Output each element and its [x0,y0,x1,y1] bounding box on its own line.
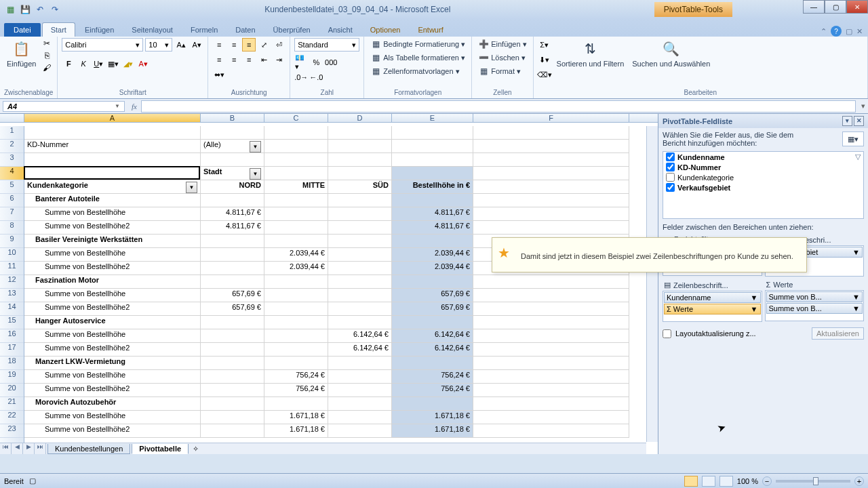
grow-font-icon[interactable]: A▴ [174,38,188,52]
cell[interactable]: Summe von Bestellhöhe2 [24,384,201,397]
cell[interactable] [201,248,264,262]
sort-filter-button[interactable]: ⇅ Sortieren und Filtern [554,38,627,69]
tab-design[interactable]: Entwurf [410,23,451,37]
zoom-in-button[interactable]: + [854,476,864,486]
increase-indent-icon[interactable]: ⇥ [272,53,285,66]
filter-dropdown-icon[interactable]: ▼ [250,141,261,152]
cell[interactable] [473,370,629,384]
field-checkbox[interactable] [666,163,675,171]
paste-button[interactable]: 📋 Einfügen [4,38,39,69]
values-well[interactable]: Summe von B...▼ Summe von B...▼ [765,290,865,321]
fx-icon[interactable]: fx [127,102,141,110]
row-header[interactable]: 10 [0,248,24,262]
cell[interactable] [264,126,328,140]
filter-dropdown-icon[interactable]: ▼ [186,182,197,193]
cell[interactable] [473,411,629,424]
cell[interactable] [264,289,328,302]
tab-view[interactable]: Ansicht [320,23,361,37]
minimize-button[interactable]: — [803,0,825,14]
cell[interactable] [473,357,629,370]
zoom-slider[interactable] [776,480,850,483]
cell[interactable]: 657,69 € [201,289,264,302]
tab-page-layout[interactable]: Seitenlayout [123,23,181,37]
clear-icon[interactable]: ⌫▾ [538,68,551,81]
row-header[interactable]: 16 [0,329,24,343]
cell[interactable] [392,140,473,153]
undo-icon[interactable]: ↶ [34,3,46,16]
cell[interactable] [328,275,392,289]
column-header-A[interactable]: A [24,114,201,122]
row-header[interactable]: 23 [0,424,24,438]
cell[interactable] [473,424,629,438]
cell[interactable] [392,235,473,248]
underline-button[interactable]: U▾ [92,57,105,70]
row-header[interactable]: 14 [0,302,24,316]
autosum-icon[interactable]: Σ▾ [538,38,551,52]
cell[interactable] [201,343,264,357]
percent-icon[interactable]: % [309,56,323,69]
thousands-icon[interactable]: 000 [324,56,338,69]
cell[interactable] [473,221,629,235]
cell[interactable]: Bestellhöhe in € [392,180,473,194]
cell[interactable] [201,424,264,438]
cell[interactable] [473,194,629,207]
cell[interactable]: 1.671,18 € [392,411,473,424]
help-icon[interactable]: ? [831,26,842,37]
conditional-formatting-button[interactable]: ▦Bedingte Formatierung ▾ [368,38,467,50]
bold-button[interactable]: F [62,57,75,70]
cell[interactable]: 6.142,64 € [392,343,473,357]
vertical-scrollbar[interactable] [646,126,658,442]
cell[interactable]: (Alle)▼ [201,140,264,153]
column-header-B[interactable]: B [201,114,264,122]
field-item[interactable]: Verkaufsgebiet [663,182,863,192]
maximize-button[interactable]: ▢ [825,0,846,14]
cell[interactable]: Summe von Bestellhöhe2 [24,302,201,316]
field-item[interactable]: KD-Nummer [663,162,863,172]
cell[interactable] [328,316,392,329]
new-sheet-icon[interactable]: ✧ [193,445,199,453]
tab-data[interactable]: Daten [227,23,263,37]
redo-icon[interactable]: ↷ [49,3,61,16]
chip-summe-1[interactable]: Summe von B...▼ [766,291,863,302]
align-center-icon[interactable]: ≡ [227,53,241,66]
field-item[interactable]: Kundenname▽ [663,152,863,162]
filter-dropdown-icon[interactable]: ▼ [250,168,261,180]
cell[interactable] [201,384,264,397]
cell[interactable] [392,316,473,329]
cell[interactable] [328,126,392,140]
cell[interactable] [328,289,392,302]
row-header[interactable]: 7 [0,207,24,221]
fill-icon[interactable]: ⬇▾ [538,53,551,66]
row-header[interactable]: 6 [0,194,24,207]
column-header-F[interactable]: F [473,114,629,122]
cell[interactable]: 2.039,44 € [264,248,328,262]
update-button[interactable]: Aktualisieren [812,327,864,340]
cell[interactable] [264,343,328,357]
font-color-button[interactable]: A▾ [136,57,150,70]
format-as-table-button[interactable]: ▦Als Tabelle formatieren ▾ [368,52,467,64]
cell[interactable] [392,357,473,370]
cell[interactable] [201,329,264,343]
cell[interactable]: 2.039,44 € [264,262,328,275]
cell[interactable] [264,153,328,167]
cell[interactable]: Summe von Bestellhöhe2 [24,343,201,357]
cell-styles-button[interactable]: ▦Zellenformatvorlagen ▾ [368,65,467,77]
field-checkbox[interactable] [666,152,675,161]
field-list-options-icon[interactable]: ▾ [842,116,852,126]
tab-file[interactable]: Datei [4,23,41,37]
shrink-font-icon[interactable]: A▾ [190,38,203,52]
window-restore-icon[interactable]: ▢ [846,27,852,36]
cell[interactable] [473,397,629,411]
cell[interactable]: 6.142,64 € [392,329,473,343]
row-header[interactable]: 20 [0,384,24,397]
page-layout-view-button[interactable] [702,476,715,487]
row-header[interactable]: 9 [0,235,24,248]
wrap-text-icon[interactable]: ⏎ [272,38,285,52]
row-header[interactable]: 5 [0,180,24,194]
field-item[interactable]: Kundenkategorie [663,172,863,182]
cell[interactable] [201,275,264,289]
cell[interactable]: NORD [201,180,264,194]
cell[interactable] [473,302,629,316]
cell[interactable] [473,167,629,180]
close-button[interactable]: ✕ [846,0,868,14]
